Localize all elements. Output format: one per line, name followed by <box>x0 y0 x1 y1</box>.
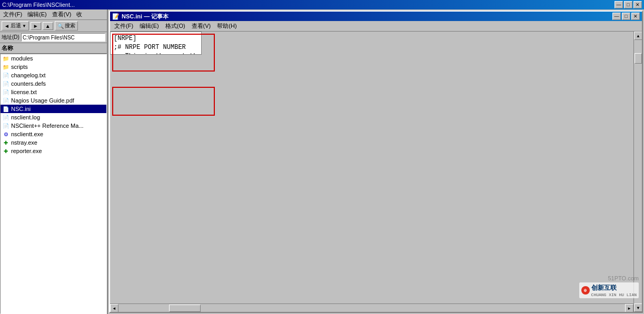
txt-icon-changelog: 📄 <box>2 72 9 79</box>
panel-header-label: 名称 <box>2 45 13 51</box>
notepad-title-icon: 📝 <box>112 13 120 20</box>
file-name-reporter-exe: reporter.exe <box>11 148 42 154</box>
address-label: 地址(D) <box>2 34 19 41</box>
file-list: 📁 modules 📁 scripts 📄 changelog.txt 📄 co… <box>0 54 107 314</box>
scroll-up-btn[interactable]: ▲ <box>634 32 642 40</box>
back-label: 后退 <box>11 22 21 29</box>
notepad-maximize-btn[interactable]: □ <box>622 13 630 20</box>
highlight-command-timeout <box>112 87 215 116</box>
vertical-scrollbar: ▲ ▼ <box>633 32 642 312</box>
horizontal-scrollbar: ◄ ► <box>110 303 633 312</box>
file-item-nagios-guide[interactable]: 📄 Nagios Usage Guide.pdf <box>1 96 106 105</box>
search-icon: 🔍 <box>57 23 64 29</box>
file-name-nsclient-ref: NSClient++ Reference Ma... <box>11 123 84 129</box>
file-item-nstray-exe[interactable]: ✚ nstray.exe <box>1 138 106 147</box>
explorer-menu-file[interactable]: 文件(F) <box>1 10 24 19</box>
scroll-v-thumb[interactable] <box>635 53 642 64</box>
forward-button[interactable]: ► <box>31 22 41 30</box>
up-icon: ▲ <box>45 23 51 29</box>
explorer-menubar: 文件(F) 编辑(E) 查看(V) 收 <box>0 9 107 20</box>
file-name-nsclient-log: nsclient.log <box>11 114 40 120</box>
txt-icon-license: 📄 <box>2 88 9 96</box>
file-name-changelog: changelog.txt <box>11 72 45 78</box>
notepad-minimize-btn[interactable]: — <box>612 13 621 20</box>
explorer-minimize-btn[interactable]: — <box>615 1 623 8</box>
text-area-container: [NRPE] ;# NRPE PORT NUMBER ; This is the… <box>110 32 633 303</box>
forward-icon: ► <box>33 23 38 29</box>
notepad-menubar: 文件(F) 编辑(E) 格式(O) 查看(V) 帮助(H) <box>110 21 642 32</box>
watermark-en-text: CHUANG XIN HU LIAN <box>591 292 637 297</box>
file-item-nsc-ini[interactable]: 📄 NSC.ini <box>1 105 106 113</box>
file-item-modules[interactable]: 📁 modules <box>1 54 106 63</box>
up-button[interactable]: ▲ <box>43 22 53 30</box>
notepad-title-buttons: — □ ✕ <box>612 13 640 20</box>
file-icon-nsclient-ref: 📄 <box>2 122 9 129</box>
notepad-content-area: [NRPE] ;# NRPE PORT NUMBER ; This is the… <box>110 32 642 312</box>
exe-icon-nstray: ✚ <box>2 139 9 146</box>
explorer-maximize-btn[interactable]: □ <box>624 1 632 8</box>
file-item-scripts[interactable]: 📁 scripts <box>1 63 106 71</box>
notepad-menu-help[interactable]: 帮助(H) <box>215 22 239 31</box>
back-icon: ◄ <box>4 23 9 29</box>
watermark-cn-text: 创新互联 <box>591 283 637 292</box>
notepad-menu-view[interactable]: 查看(V) <box>190 22 213 31</box>
file-name-modules: modules <box>11 55 33 62</box>
notepad-menu-format[interactable]: 格式(O) <box>163 22 187 31</box>
log-icon-nsclient: 📄 <box>2 114 9 121</box>
watermark: 51PTO.com ⊕ 创新互联 CHUANG XIN HU LIAN <box>579 275 639 298</box>
exe-icon-nsclientt: ⚙ <box>2 130 9 138</box>
watermark-logo: ⊕ 创新互联 CHUANG XIN HU LIAN <box>579 282 639 298</box>
outer-window: C:\Program Files\NSClient... — □ ✕ 文件(F)… <box>0 0 644 314</box>
notepad-close-btn[interactable]: ✕ <box>631 13 640 20</box>
scroll-h-thumb[interactable] <box>169 305 201 312</box>
file-icon-counters: 📄 <box>2 80 9 87</box>
file-name-scripts: scripts <box>11 64 28 70</box>
address-input[interactable] <box>21 33 105 42</box>
folder-icon-modules: 📁 <box>2 55 9 62</box>
explorer-addressbar: 地址(D) <box>0 32 107 43</box>
watermark-text1: 51PTO.com <box>608 275 639 281</box>
back-dropdown-arrow: ▼ <box>22 24 26 28</box>
pdf-icon-nagios: 📄 <box>2 97 9 104</box>
file-item-nsclientt-exe[interactable]: ⚙ nsclientt.exe <box>1 130 106 138</box>
ini-icon-nsc: 📄 <box>2 105 9 113</box>
explorer-title: C:\Program Files\NSClient... <box>2 2 75 8</box>
search-label: 搜索 <box>65 22 75 29</box>
folder-icon-scripts: 📁 <box>2 63 9 70</box>
scroll-right-btn[interactable]: ► <box>625 304 633 312</box>
file-name-nagios-guide: Nagios Usage Guide.pdf <box>11 97 74 104</box>
file-item-reporter-exe[interactable]: ✚ reporter.exe <box>1 147 106 155</box>
notepad-menu-edit[interactable]: 编辑(E) <box>137 22 161 31</box>
file-item-nsclient-ref[interactable]: 📄 NSClient++ Reference Ma... <box>1 121 106 130</box>
explorer-menu-view[interactable]: 查看(V) <box>50 10 74 19</box>
file-item-nsclient-log[interactable]: 📄 nsclient.log <box>1 113 106 121</box>
file-name-license: license.txt <box>11 89 37 95</box>
file-name-nsclientt-exe: nsclientt.exe <box>11 131 43 137</box>
exe-icon-reporter: ✚ <box>2 147 9 155</box>
explorer-close-btn[interactable]: ✕ <box>633 1 642 8</box>
scroll-v-track[interactable] <box>634 40 642 303</box>
notepad-window: 📝 NSC.ini — 记事本 — □ ✕ 文件(F) 编辑(E) 格式(O) … <box>109 11 643 313</box>
content-row: 文件(F) 编辑(E) 查看(V) 收 ◄ 后退 ▼ ► ▲ � <box>0 9 644 314</box>
explorer-titlebar: C:\Program Files\NSClient... — □ ✕ <box>0 0 644 9</box>
text-and-hscroll: [NRPE] ;# NRPE PORT NUMBER ; This is the… <box>110 32 633 312</box>
file-item-license[interactable]: 📄 license.txt <box>1 88 106 96</box>
explorer-menu-edit[interactable]: 编辑(E) <box>25 10 49 19</box>
notepad-menu-file[interactable]: 文件(F) <box>112 22 135 31</box>
watermark-logo-icon: ⊕ <box>581 286 590 295</box>
search-button[interactable]: 🔍 搜索 <box>55 21 78 31</box>
scroll-h-track[interactable] <box>118 304 625 312</box>
file-name-counters: counters.defs <box>11 80 46 87</box>
scroll-down-btn[interactable]: ▼ <box>634 303 642 312</box>
back-button[interactable]: ◄ 后退 ▼ <box>2 21 29 31</box>
file-item-changelog[interactable]: 📄 changelog.txt <box>1 71 106 79</box>
file-item-counters[interactable]: 📄 counters.defs <box>1 79 106 88</box>
notepad-text-area[interactable]: [NRPE] ;# NRPE PORT NUMBER ; This is the… <box>110 32 202 55</box>
explorer-panel: 文件(F) 编辑(E) 查看(V) 收 ◄ 后退 ▼ ► ▲ � <box>0 9 108 314</box>
explorer-toolbar: ◄ 后退 ▼ ► ▲ 🔍 搜索 <box>0 20 107 32</box>
explorer-title-buttons: — □ ✕ <box>615 1 642 8</box>
file-name-nsc-ini: NSC.ini <box>11 106 31 112</box>
scroll-left-btn[interactable]: ◄ <box>110 304 118 312</box>
file-panel-header: 名称 <box>0 43 107 54</box>
explorer-menu-misc[interactable]: 收 <box>74 10 84 19</box>
